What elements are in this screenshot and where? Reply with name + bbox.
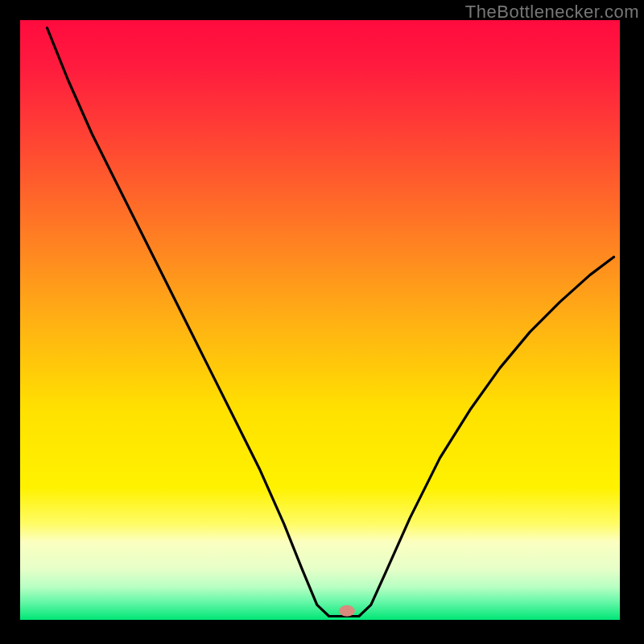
chart-frame: TheBottlenecker.com [0,0,644,644]
bottleneck-chart [0,0,644,644]
watermark-text: TheBottlenecker.com [465,2,639,23]
plot-background [20,20,620,620]
optimum-marker [339,605,355,617]
